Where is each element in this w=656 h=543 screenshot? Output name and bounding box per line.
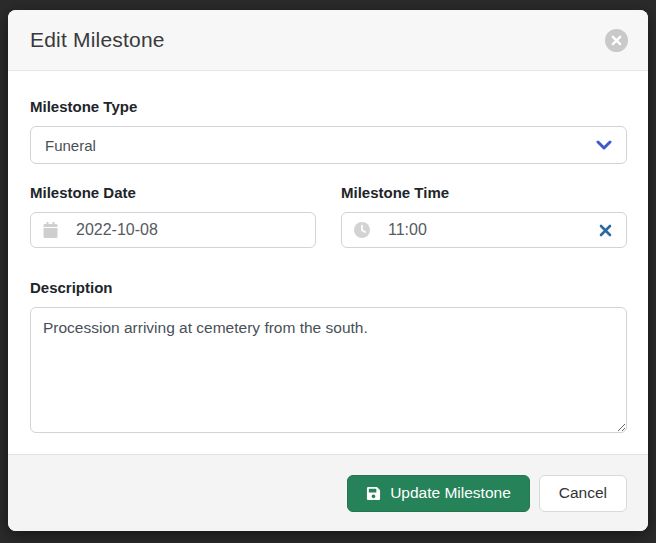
modal-overlay: Edit Milestone Milestone Type Funeral (0, 0, 656, 543)
chevron-down-icon (596, 140, 612, 150)
milestone-date-input[interactable]: 2022-10-08 (30, 212, 316, 248)
milestone-time-input[interactable]: 11:00 (341, 212, 627, 248)
cancel-label: Cancel (559, 484, 607, 502)
description-label: Description (30, 278, 627, 298)
milestone-type-value: Funeral (45, 137, 596, 154)
modal-body: Milestone Type Funeral Milestone Date (8, 71, 648, 454)
clock-icon (354, 222, 370, 238)
milestone-date-value: 2022-10-08 (76, 221, 303, 239)
milestone-type-label: Milestone Type (30, 97, 627, 117)
cancel-button[interactable]: Cancel (539, 475, 627, 512)
modal-footer: Update Milestone Cancel (8, 454, 648, 531)
milestone-time-label: Milestone Time (341, 183, 627, 203)
edit-milestone-modal: Edit Milestone Milestone Type Funeral (8, 10, 648, 531)
milestone-date-group: Milestone Date 2022-10-08 (30, 183, 316, 248)
close-button[interactable] (605, 29, 628, 52)
modal-title: Edit Milestone (30, 28, 605, 52)
update-milestone-button[interactable]: Update Milestone (347, 475, 530, 512)
date-time-row: Milestone Date 2022-10-08 Milestone Time (30, 183, 627, 248)
update-milestone-label: Update Milestone (390, 484, 511, 502)
save-icon (366, 486, 381, 501)
calendar-icon (43, 222, 58, 238)
milestone-type-select[interactable]: Funeral (30, 126, 627, 164)
milestone-time-group: Milestone Time 11:00 (341, 183, 627, 248)
description-textarea[interactable]: Procession arriving at cemetery from the… (30, 307, 627, 433)
milestone-type-group: Milestone Type Funeral (30, 97, 627, 164)
milestone-time-value: 11:00 (388, 221, 597, 239)
modal-header: Edit Milestone (8, 10, 648, 71)
milestone-date-label: Milestone Date (30, 183, 316, 203)
close-icon (611, 35, 622, 46)
description-group: Description Procession arriving at cemet… (30, 278, 627, 437)
x-clear-icon[interactable] (597, 222, 614, 239)
